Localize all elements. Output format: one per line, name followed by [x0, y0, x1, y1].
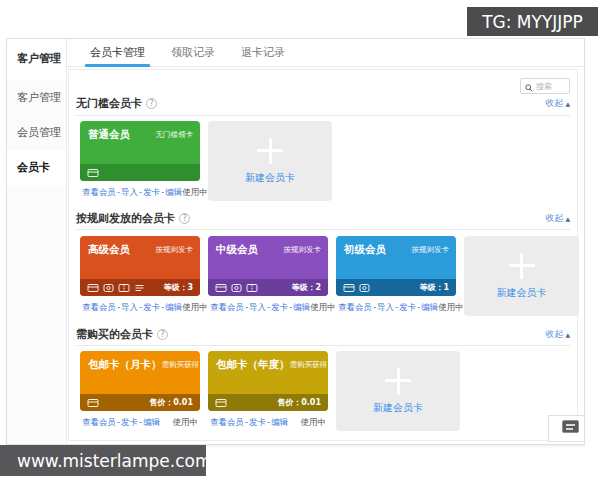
- status-in-use: 使用中: [173, 417, 199, 429]
- help-icon[interactable]: ?: [179, 213, 190, 224]
- tab-claim-records[interactable]: 领取记录: [158, 39, 228, 66]
- card-stat: 等级：3: [163, 282, 193, 293]
- member-card-ordinary[interactable]: 普通会员 无门槛领卡: [80, 121, 200, 181]
- member-card-shipping-yearly[interactable]: 包邮卡（年度） 需购买获得 售价：0.01: [208, 351, 328, 411]
- sidebar-header: 客户管理: [7, 39, 66, 80]
- new-card-button[interactable]: 新建会员卡: [208, 121, 332, 201]
- help-icon[interactable]: ?: [157, 329, 168, 340]
- collapse-toggle[interactable]: 收起 ▲: [545, 97, 570, 110]
- card-type-label: 无门槛领卡: [156, 128, 194, 140]
- tag-icon: [103, 283, 114, 293]
- triangle-up-icon: ▲: [565, 215, 570, 222]
- sidebar-item-member-management[interactable]: 会员管理: [7, 115, 66, 150]
- import-link[interactable]: 导入: [121, 187, 138, 197]
- issue-card-link[interactable]: 发卡: [271, 302, 288, 312]
- member-card-slot: 包邮卡（年度） 需购买获得 售价：0.01 查看会员-发卡-编辑: [208, 351, 328, 433]
- view-members-link[interactable]: 查看会员: [338, 302, 372, 312]
- edit-link[interactable]: 编辑: [421, 302, 438, 312]
- search-icon: [525, 77, 533, 96]
- import-link[interactable]: 导入: [249, 302, 266, 312]
- view-members-link[interactable]: 查看会员: [210, 302, 244, 312]
- divider: [76, 229, 570, 230]
- card-stat: 售价：0.01: [149, 397, 193, 408]
- card-type-label: 需购买获得: [162, 358, 200, 370]
- card-stat: 售价：0.01: [277, 397, 321, 408]
- collapse-toggle[interactable]: 收起 ▲: [545, 328, 570, 341]
- collapse-toggle[interactable]: 收起 ▲: [545, 212, 570, 225]
- import-link[interactable]: 导入: [377, 302, 394, 312]
- member-card-slot: 包邮卡（月卡） 需购买获得 售价：0.01 查看会员-发卡-编辑: [80, 351, 200, 433]
- view-members-link[interactable]: 查看会员: [210, 417, 244, 427]
- section-header-no-threshold: 无门槛会员卡 ? 收起 ▲: [76, 96, 570, 110]
- section-title: 需购买的会员卡: [76, 327, 153, 342]
- tag-icon: [231, 283, 242, 293]
- tag-icon: [359, 283, 370, 293]
- collapse-label: 收起: [545, 97, 563, 110]
- tab-member-card-management[interactable]: 会员卡管理: [77, 39, 158, 66]
- edit-link[interactable]: 编辑: [293, 302, 310, 312]
- edit-link[interactable]: 编辑: [271, 417, 288, 427]
- help-icon[interactable]: ?: [146, 98, 157, 109]
- cards-row-no-threshold: 普通会员 无门槛领卡 查看会员-导入-发卡-编辑: [76, 121, 570, 203]
- sidebar-item-customer-management[interactable]: 客户管理: [7, 80, 66, 115]
- view-members-link[interactable]: 查看会员: [82, 187, 116, 197]
- card-icon: [87, 398, 99, 408]
- member-card-senior[interactable]: 高级会员 按规则发卡 等级：3: [80, 236, 200, 296]
- issue-card-link[interactable]: 发卡: [399, 302, 416, 312]
- tab-card-return-records[interactable]: 退卡记录: [228, 39, 298, 66]
- edit-link[interactable]: 编辑: [143, 417, 160, 427]
- status-in-use: 使用中: [310, 302, 336, 314]
- member-card-shipping-monthly[interactable]: 包邮卡（月卡） 需购买获得 售价：0.01: [80, 351, 200, 411]
- section-header-rule-based: 按规则发放的会员卡 ? 收起 ▲: [76, 211, 570, 225]
- feedback-widget-icon[interactable]: [562, 420, 579, 433]
- app-window: 客户管理 客户管理 会员管理 会员卡 会员卡管理 领取记录 退卡记录 搜索: [6, 38, 585, 445]
- member-card-slot: 中级会员 按规则发卡 等级：2: [208, 236, 328, 318]
- collapse-label: 收起: [545, 212, 563, 225]
- card-name: 包邮卡（年度）: [216, 358, 290, 372]
- member-card-slot: 普通会员 无门槛领卡 查看会员-导入-发卡-编辑: [80, 121, 200, 203]
- divider: [76, 115, 570, 116]
- issue-card-link[interactable]: 发卡: [143, 187, 160, 197]
- new-card-button[interactable]: 新建会员卡: [464, 236, 579, 316]
- cards-row-rule-based: 高级会员 按规则发卡 等级：3: [76, 236, 570, 318]
- triangle-up-icon: ▲: [565, 331, 570, 338]
- watermark-bar: www.misterlampe.com: [0, 445, 206, 476]
- search-box[interactable]: 搜索: [520, 78, 570, 94]
- member-card-junior[interactable]: 初级会员 按规则发卡 等级：1: [336, 236, 456, 296]
- section-title: 无门槛会员卡: [76, 96, 142, 111]
- card-stat: 等级：1: [419, 282, 449, 293]
- new-card-label: 新建会员卡: [373, 401, 423, 415]
- content-panel: 搜索 无门槛会员卡 ? 收起 ▲ 普通会员: [68, 69, 578, 441]
- section-title: 按规则发放的会员卡: [76, 211, 175, 226]
- edit-link[interactable]: 编辑: [165, 302, 182, 312]
- plus-icon: [509, 253, 535, 279]
- page: TG: MYYJJPP 客户管理 客户管理 会员管理 会员卡 会员卡管理 领取记…: [0, 0, 600, 480]
- issue-card-link[interactable]: 发卡: [121, 417, 138, 427]
- card-type-label: 按规则发卡: [284, 243, 322, 255]
- sidebar: 客户管理 客户管理 会员管理 会员卡: [7, 39, 67, 444]
- card-name: 初级会员: [344, 243, 386, 257]
- status-in-use: 使用中: [182, 302, 208, 314]
- sidebar-item-member-card[interactable]: 会员卡: [7, 150, 66, 185]
- section-header-purchase: 需购买的会员卡 ? 收起 ▲: [76, 327, 570, 341]
- issue-card-link[interactable]: 发卡: [249, 417, 266, 427]
- card-type-label: 需购买获得: [290, 358, 328, 370]
- issue-card-link[interactable]: 发卡: [143, 302, 160, 312]
- card-name: 包邮卡（月卡）: [88, 358, 162, 372]
- card-name: 中级会员: [216, 243, 258, 257]
- card-name: 高级会员: [88, 243, 130, 257]
- status-in-use: 使用中: [438, 302, 464, 314]
- tg-badge: TG: MYYJJPP: [467, 7, 598, 36]
- plus-icon: [385, 368, 411, 394]
- card-name: 普通会员: [88, 128, 130, 142]
- member-card-intermediate[interactable]: 中级会员 按规则发卡 等级：2: [208, 236, 328, 296]
- edit-link[interactable]: 编辑: [165, 187, 182, 197]
- import-link[interactable]: 导入: [121, 302, 138, 312]
- status-in-use: 使用中: [182, 187, 208, 199]
- card-type-label: 按规则发卡: [412, 243, 450, 255]
- cards-row-purchase: 包邮卡（月卡） 需购买获得 售价：0.01 查看会员-发卡-编辑: [76, 351, 570, 433]
- view-members-link[interactable]: 查看会员: [82, 302, 116, 312]
- view-members-link[interactable]: 查看会员: [82, 417, 116, 427]
- divider: [76, 345, 570, 346]
- new-card-button[interactable]: 新建会员卡: [336, 351, 460, 431]
